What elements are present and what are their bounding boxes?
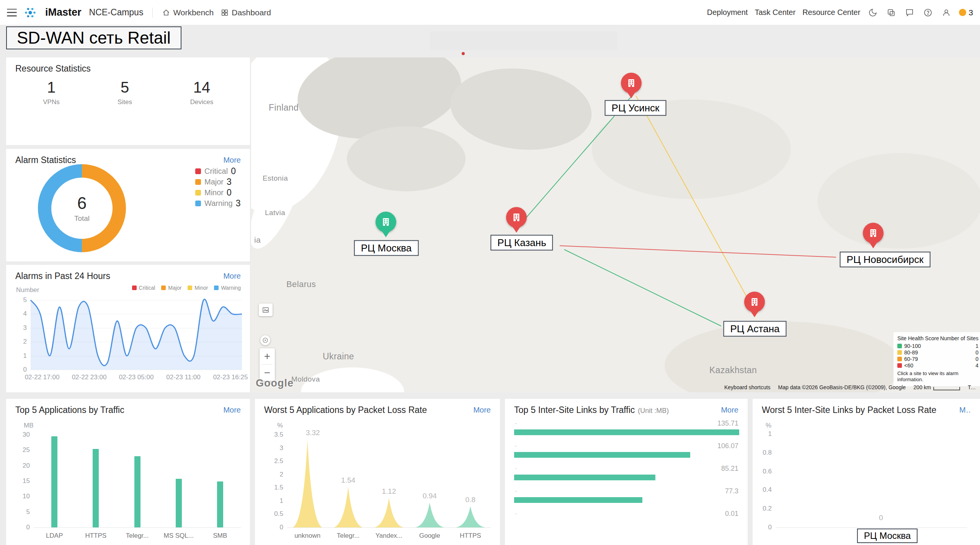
map-type-button[interactable]	[259, 304, 273, 316]
bar[interactable]	[176, 479, 182, 527]
x-category-label: SMB	[197, 532, 243, 540]
x-axis-line	[34, 527, 241, 528]
site-label[interactable]: РЦ Казань	[490, 235, 553, 251]
panel-worst-apps-loss: Worst 5 Applications by Packet Loss Rate…	[255, 399, 500, 545]
building-icon	[506, 207, 527, 228]
alarm-legend-item: Major3	[195, 176, 241, 187]
nav-task-center[interactable]: Task Center	[755, 8, 795, 17]
site-label[interactable]: РЦ Усинск	[605, 100, 666, 116]
bar[interactable]	[134, 456, 140, 527]
y-tick-label: 25	[15, 446, 30, 454]
legend-value: 0	[227, 188, 232, 198]
y-tick-label: 5	[15, 508, 30, 516]
alarm-badge-dot	[959, 9, 966, 16]
menu-icon[interactable]	[7, 9, 17, 16]
value-label: 0.94	[423, 492, 437, 500]
legend-swatch	[897, 344, 902, 348]
building-icon	[744, 292, 765, 312]
nav-deployment[interactable]: Deployment	[707, 8, 748, 17]
x-category-label[interactable]: РЦ Москва	[857, 529, 918, 543]
map-canvas[interactable]: FinlandEstoniaLatviaiaBelarusUkraineMold…	[251, 57, 980, 392]
legend-row: 90-1001	[897, 343, 978, 349]
app-root: iMaster NCE-Campus Workbench Dashboard D…	[0, 0, 980, 545]
site-pin[interactable]	[863, 223, 884, 248]
value-label: 0.8	[466, 496, 475, 504]
user-icon[interactable]	[941, 7, 952, 18]
legend-title-score: Site Health Score	[897, 335, 939, 341]
y-tick-label: 30	[15, 431, 30, 439]
alarm-legend-item: Warning3	[195, 198, 241, 209]
dark-mode-icon[interactable]	[867, 7, 879, 18]
site-pin[interactable]	[506, 207, 527, 233]
site-pin[interactable]	[376, 212, 396, 237]
site-pin[interactable]	[621, 73, 642, 98]
legend-row: <604	[897, 362, 978, 369]
site-label[interactable]: РЦ Астана	[723, 321, 786, 337]
nav-resource-center[interactable]: Resource Center	[802, 8, 860, 17]
alarm-badge-count: 3	[969, 8, 973, 17]
map-scale-label: 200 km	[913, 384, 931, 390]
zoom-in-button[interactable]: +	[260, 348, 275, 364]
panel-alarms-24h: Alarms in Past 24 Hours More CriticalMaj…	[6, 265, 250, 392]
map-locate-button[interactable]	[260, 335, 270, 345]
bar[interactable]	[514, 475, 655, 480]
keyboard-shortcuts-link[interactable]: Keyboard shortcuts	[724, 384, 771, 390]
bar[interactable]	[514, 429, 739, 435]
row-label: -	[515, 420, 517, 426]
map-zoom-control: + −	[260, 348, 275, 381]
apps-loss-chart: 00.511.522.533.53.32unknown1.54Telegr...…	[255, 399, 500, 545]
legend-range: 80-89	[904, 349, 975, 356]
nav-dashboard[interactable]: Dashboard	[220, 8, 271, 17]
more-link[interactable]: More	[223, 156, 241, 165]
legend-swatch	[897, 350, 902, 355]
nav-workbench[interactable]: Workbench	[162, 8, 214, 17]
legend-count: 0	[975, 356, 978, 362]
pin-tail	[750, 311, 759, 317]
legend-swatch	[195, 190, 201, 196]
imaster-logo-icon	[24, 6, 37, 19]
dashboard-icon	[220, 8, 229, 17]
feedback-icon[interactable]	[904, 7, 915, 18]
apps-icon[interactable]	[885, 7, 897, 18]
alarm-total-label: Total	[74, 214, 90, 223]
bar[interactable]	[51, 436, 57, 527]
help-icon[interactable]	[922, 7, 934, 18]
site-label[interactable]: РЦ Новосибирск	[840, 252, 931, 268]
bar[interactable]	[514, 452, 690, 458]
y-tick-label: 0.4	[757, 486, 772, 494]
alarm-legend-item: Critical0	[195, 166, 241, 176]
apps-bar-chart: 051015202530LDAPHTTPSTelegr...MS SQL...S…	[6, 399, 250, 545]
alarm-badge[interactable]: 3	[959, 8, 973, 17]
value-label: 1.12	[382, 487, 396, 496]
map-attribution: Keyboard shortcuts Map data ©2026 GeoBas…	[724, 384, 978, 390]
x-category-label: Telegr...	[325, 532, 371, 540]
y-tick-label: 0	[757, 524, 772, 531]
row-label: -	[515, 443, 517, 449]
legend-title-count: Number of Sites	[940, 335, 978, 341]
value-label: 85.21	[677, 465, 738, 473]
stat-value: 1	[23, 79, 80, 96]
page-title: SD-WAN сеть Retail	[6, 26, 181, 49]
bar[interactable]	[514, 497, 642, 503]
stat-label: VPNs	[23, 98, 80, 106]
legend-swatch	[195, 168, 201, 174]
site-pin[interactable]	[744, 292, 765, 317]
legend-value: 3	[227, 177, 232, 187]
alarm-total-value: 6	[77, 194, 87, 213]
terms-link[interactable]: Terms	[968, 384, 978, 390]
building-icon	[621, 73, 642, 93]
pin-tail	[627, 92, 635, 98]
stat-devices: 14 Devices	[173, 79, 230, 106]
page-title-text: SD-WAN сеть Retail	[17, 28, 171, 47]
value-label: 1.54	[341, 476, 355, 485]
legend-row: 60-790	[897, 356, 978, 362]
value-label: 77.3	[677, 487, 738, 495]
bar[interactable]	[93, 449, 99, 527]
legend-label: Minor	[204, 188, 224, 197]
legend-label: Critical	[204, 167, 228, 176]
site-label[interactable]: РЦ Москва	[354, 240, 419, 256]
bar[interactable]	[217, 481, 223, 527]
y-tick-label: 20	[15, 462, 30, 470]
panel-title: Alarm Statistics	[15, 155, 76, 165]
map-scale-bar	[933, 387, 960, 390]
